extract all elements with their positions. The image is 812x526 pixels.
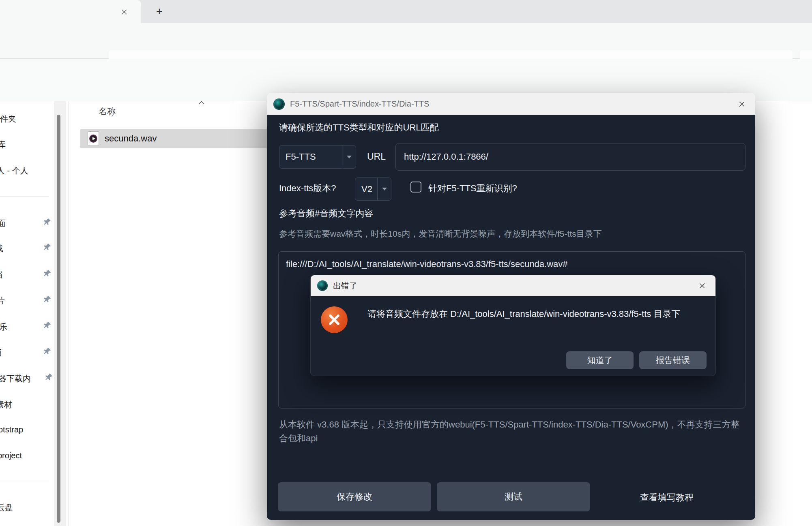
file-explorer-window: + › 此电脑 › Data (D:) › — [0, 0, 812, 526]
version-note: 从本软件 v3.68 版本起，只支持使用官方的webui(F5-TTS/Spar… — [279, 418, 745, 445]
tts-type-value: F5-TTS — [279, 152, 342, 162]
pane-separator — [68, 101, 69, 526]
pin-icon — [42, 346, 52, 356]
sidebar-scrollbar — [54, 101, 66, 526]
close-icon — [738, 100, 746, 108]
column-header-name[interactable]: 名称 — [99, 106, 116, 117]
pin-icon — [42, 269, 52, 278]
chevron-down-icon — [342, 145, 356, 168]
sidebar-item-browser-downloads[interactable]: 器下载内 — [0, 373, 31, 384]
plus-icon: + — [156, 5, 163, 18]
pin-icon — [42, 321, 52, 330]
error-close-button[interactable] — [696, 280, 708, 292]
recheck-checkbox[interactable] — [410, 182, 421, 192]
index-version-select[interactable]: V2 — [355, 177, 391, 201]
sidebar-divider — [0, 196, 49, 197]
sidebar-item-cloud-drive[interactable]: 云盘 — [0, 502, 13, 513]
url-input[interactable]: http://127.0.0.1:7866/ — [395, 143, 745, 171]
dialog-titlebar: F5-TTS/Spart-TTS/index-TTS/Dia-TTS — [267, 93, 755, 115]
ok-button[interactable]: 知道了 — [566, 351, 634, 369]
error-title: 出错了 — [333, 280, 696, 291]
index-version-value: V2 — [355, 184, 377, 195]
audio-file-icon — [88, 131, 99, 146]
sidebar-item-material[interactable]: 素材 — [0, 399, 12, 410]
tab-close-button[interactable] — [118, 5, 131, 18]
sidebar-item-videos[interactable]: 频 — [0, 347, 2, 358]
dialog-title: F5-TTS/Spart-TTS/index-TTS/Dia-TTS — [290, 99, 736, 109]
close-icon — [698, 282, 706, 290]
sidebar-item-bootstrap[interactable]: otstrap — [0, 425, 23, 434]
report-error-button[interactable]: 报告错误 — [639, 351, 707, 369]
sidebar-item-downloads[interactable]: 载 — [0, 243, 3, 254]
sidebar-divider — [0, 482, 49, 482]
sidebar-item-documents[interactable]: 档 — [0, 269, 2, 280]
dialog-close-button[interactable] — [736, 98, 748, 110]
sidebar-item-pictures[interactable]: 片 — [0, 295, 5, 306]
index-version-label: Index-tts版本? — [279, 182, 336, 195]
error-titlebar: 出错了 — [311, 275, 715, 296]
tab-bar: + — [0, 0, 812, 23]
pin-icon — [42, 242, 52, 252]
sidebar-item-onedrive-personal[interactable]: 人 - 个人 — [0, 165, 28, 176]
chevron-down-icon — [377, 178, 391, 200]
error-body: 请将音频文件存放在 D:/AI_tools/AI_translate/win-v… — [311, 296, 715, 376]
app-icon — [317, 280, 328, 291]
pin-icon — [42, 217, 52, 227]
url-label: URL — [367, 151, 386, 162]
close-icon — [121, 9, 128, 15]
tutorial-link[interactable]: 查看填写教程 — [640, 492, 694, 504]
scrollbar-thumb[interactable] — [57, 115, 60, 523]
file-name: secunda.wav — [105, 133, 157, 144]
error-x-icon — [321, 306, 348, 333]
new-tab-button[interactable]: + — [153, 4, 166, 18]
save-button[interactable]: 保存修改 — [278, 482, 431, 511]
navigation-pane: 件夹 库 人 - 个人 面 载 档 片 乐 频 器下载内 素材 otstrap … — [0, 101, 54, 526]
file-row-secunda-wav[interactable]: secunda.wav — [80, 129, 268, 148]
ref-audio-label: 参考音频#音频文字内容 — [279, 207, 373, 220]
error-message: 请将音频文件存放在 D:/AI_tools/AI_translate/win-v… — [367, 307, 696, 321]
sidebar-item-music[interactable]: 乐 — [0, 321, 7, 332]
pin-icon — [42, 295, 52, 304]
sidebar-item-library[interactable]: 库 — [0, 139, 6, 150]
sort-ascending-icon — [198, 100, 205, 105]
sidebar-item-desktop[interactable]: 面 — [0, 218, 6, 229]
intro-text: 请确保所选的TTS类型和对应的URL匹配 — [279, 122, 439, 134]
pin-icon — [44, 372, 54, 382]
recheck-label: 针对F5-TTS重新识别? — [428, 182, 517, 195]
ref-audio-hint: 参考音频需要wav格式，时长10s内，发音清晰无背景噪声，存放到本软件/f5-t… — [279, 228, 602, 239]
app-icon — [273, 98, 285, 110]
address-row: › 此电脑 › Data (D:) › AI_tools › AI_transl… — [0, 23, 812, 59]
tts-type-select[interactable]: F5-TTS — [279, 145, 356, 169]
test-button[interactable]: 测试 — [437, 482, 590, 511]
sidebar-item-folder[interactable]: 件夹 — [0, 113, 16, 124]
url-value: http://127.0.0.1:7866/ — [404, 152, 488, 162]
sidebar-item-project[interactable]: project — [0, 451, 22, 460]
error-dialog: 出错了 请将音频文件存放在 D:/AI_tools/AI_translate/w… — [310, 275, 716, 376]
